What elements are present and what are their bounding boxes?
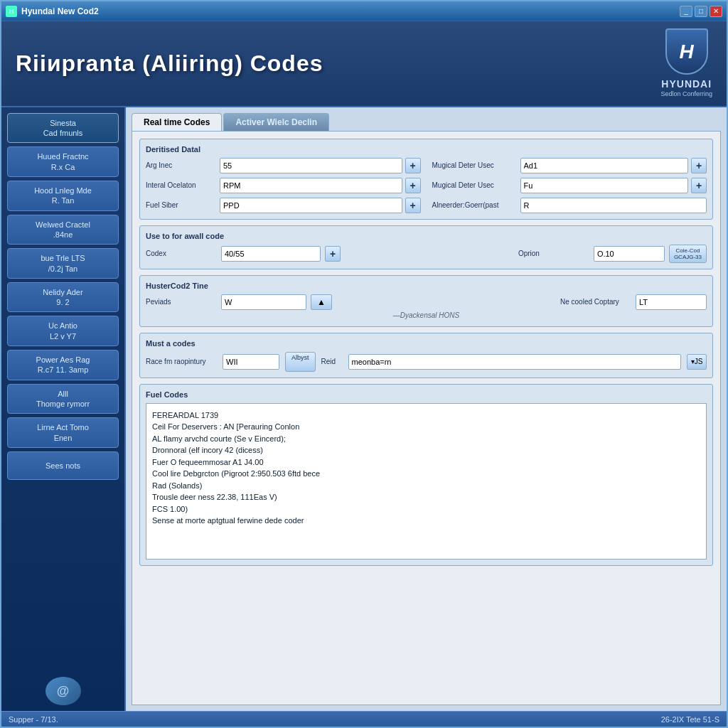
sidebar-icon-label: @ (57, 684, 70, 699)
field-row-alneerder: Alneerder:Goerr(past (432, 198, 707, 213)
must-row: Race fm raopintury Albyst Reid ▾JS (146, 352, 707, 372)
sidebar-item-8[interactable]: AlllThomge rymorr (7, 384, 119, 414)
field-row-mugical1: Mugical Deter Usec + (432, 158, 707, 173)
race-input[interactable] (223, 354, 279, 370)
mugical1-input[interactable] (520, 158, 689, 173)
hyundai-h-letter: H (680, 41, 694, 63)
alneerder-input[interactable] (520, 198, 707, 213)
arginec-input[interactable] (220, 158, 402, 173)
race-label: Race fm raopintury (146, 358, 217, 365)
alneerder-label: Alneerder:Goerr(past (432, 201, 518, 209)
deritised-fields: Arg Inec + Interal Ocelaton + Fuel Siber (146, 158, 707, 213)
interval-label: Interal Ocelaton (146, 181, 217, 189)
use-code-section: Use to for awall code Codex + Oprion Col… (139, 225, 713, 269)
title-bar: H Hyundai New Cod2 _ □ ✕ (1, 1, 727, 21)
use-code-row: Codex + Oprion Cole-Cod GCAJG-33 (146, 245, 707, 263)
sidebar-item-9[interactable]: Lirne Act TomoEnen (7, 417, 119, 448)
sidebar-item-4[interactable]: bue Trle LTS/0.2j Tan (7, 248, 119, 279)
opinion-input[interactable] (594, 246, 665, 262)
hyundai-brand-text: hyundai Sedlon Conferring (660, 77, 712, 99)
fuel-input[interactable] (220, 198, 402, 213)
title-bar-text: Hyundai New Cod2 (21, 6, 99, 16)
huster-title: HusterCod2 Tine (146, 282, 707, 290)
status-right: 26-2IX Tete 51-S (661, 715, 719, 724)
tab-active[interactable]: Activer Wielc Declin (223, 113, 329, 131)
must-section: Must a codes Race fm raopintury Albyst R… (139, 333, 713, 378)
option-button[interactable]: Cole-Cod GCAJG-33 (669, 245, 707, 263)
fuel-btn[interactable]: + (405, 198, 421, 213)
fuel-section: Fuel Codes FEREARDAL 1739 Ceil For Deser… (139, 384, 713, 566)
codex-label: Codex (146, 250, 217, 257)
fuel-content: FEREARDAL 1739 Ceil For Deservers : AN [… (146, 403, 707, 560)
deritised-right-fields: Mugical Deter Usec + Mugical Deter Usec … (432, 158, 707, 213)
sidebar: SinestaCad fmunls Huued FractncR.x Ca Ho… (1, 107, 126, 711)
opinion-label: Oprion (518, 250, 589, 257)
app-icon: H (6, 6, 17, 17)
sidebar-item-3[interactable]: Welwed Cractel.84ne (7, 215, 119, 245)
nocooled-input[interactable] (636, 294, 707, 310)
main-content: SinestaCad fmunls Huued FractncR.x Ca Ho… (1, 107, 727, 711)
mugical1-label: Mugical Deter Usec (432, 161, 518, 169)
reid-label: Reid (321, 358, 343, 365)
deritised-left-fields: Arg Inec + Interal Ocelaton + Fuel Siber (146, 158, 421, 213)
must-title: Must a codes (146, 339, 707, 348)
upload-button[interactable]: ▲ (311, 294, 332, 310)
hyundai-logo: H hyundai Sedlon Conferring (660, 28, 712, 99)
hyundai-brand-sub: Sedlon Conferring (660, 90, 712, 99)
hyundai-brand-name: hyundai (660, 77, 712, 90)
huster-section: HusterCod2 Tine Peviads ▲ Ne cooled Copt… (139, 275, 713, 327)
codex-input[interactable] (221, 246, 321, 262)
mugical2-input[interactable] (520, 178, 689, 193)
field-row-interval: Interal Ocelaton + (146, 178, 421, 193)
sidebar-logo-icon: @ (46, 677, 81, 705)
sidebar-item-0[interactable]: SinestaCad fmunls (7, 113, 119, 144)
reid-input[interactable] (348, 354, 681, 370)
field-row-fuel: Fuel Siber + (146, 198, 421, 213)
filter-button[interactable]: Albyst (285, 352, 316, 372)
nocooled-label: Ne cooled Coptary (560, 298, 631, 306)
content-area: Real time Codes Activer Wielc Declin Der… (126, 107, 727, 711)
huster-row: Peviads ▲ Ne cooled Coptary (146, 294, 707, 310)
interval-input[interactable] (220, 178, 402, 193)
deritised-section: Deritised Datal Arg Inec + Interal Ocela… (139, 139, 713, 220)
hyundai-shield: H (665, 28, 708, 75)
sidebar-item-10[interactable]: Sees nots (7, 451, 119, 480)
disabled-text: —Dyackensal HONS (146, 310, 707, 321)
arginec-btn[interactable]: + (405, 158, 421, 173)
mugical2-label: Mugical Deter Usec (432, 181, 518, 189)
close-button[interactable]: ✕ (710, 6, 722, 17)
sidebar-item-7[interactable]: Power Aes RagR.c7 11. 3amp (7, 350, 119, 380)
codex-btn[interactable]: + (325, 246, 341, 262)
field-row-mugical2: Mugical Deter Usec + (432, 178, 707, 193)
title-bar-left: H Hyundai New Cod2 (6, 6, 99, 17)
sidebar-item-1[interactable]: Huued FractncR.x Ca (7, 146, 119, 177)
main-window: H Hyundai New Cod2 _ □ ✕ Riiиpranta (Ali… (0, 0, 728, 728)
mugical1-btn[interactable]: + (691, 158, 707, 173)
status-left: Supper - 7/13. (9, 715, 58, 724)
minimize-button[interactable]: _ (680, 6, 692, 17)
header: Riiиpranta (Aliiring) Codes H hyundai Se… (1, 21, 727, 107)
page-title: Riiиpranta (Aliiring) Codes (16, 50, 323, 77)
tabs: Real time Codes Activer Wielc Declin (132, 113, 721, 131)
interval-btn[interactable]: + (405, 178, 421, 193)
title-bar-controls: _ □ ✕ (680, 6, 722, 17)
maximize-button[interactable]: □ (695, 6, 707, 17)
periods-input[interactable] (221, 294, 306, 310)
fuel-label: Fuel Siber (146, 201, 217, 209)
periods-label: Peviads (146, 298, 217, 306)
tab-realtime[interactable]: Real time Codes (132, 113, 222, 131)
sidebar-item-2[interactable]: Hood Lnleg MdeR. Tan (7, 181, 119, 211)
fuel-title: Fuel Codes (146, 390, 707, 399)
sidebar-item-5[interactable]: Nelidy Ader9. 2 (7, 282, 119, 313)
sidebar-item-6[interactable]: Uc AntioL2 v Y7 (7, 316, 119, 346)
use-code-title: Use to for awall code (146, 232, 707, 240)
mugical2-btn[interactable]: + (691, 178, 707, 193)
main-panel: Deritised Datal Arg Inec + Interal Ocela… (132, 131, 721, 705)
status-bar: Supper - 7/13. 26-2IX Tete 51-S (1, 711, 727, 727)
deritised-title: Deritised Datal (146, 145, 707, 154)
field-row-arginec: Arg Inec + (146, 158, 421, 173)
arginec-label: Arg Inec (146, 161, 217, 169)
dropdown-button[interactable]: ▾JS (687, 354, 707, 370)
